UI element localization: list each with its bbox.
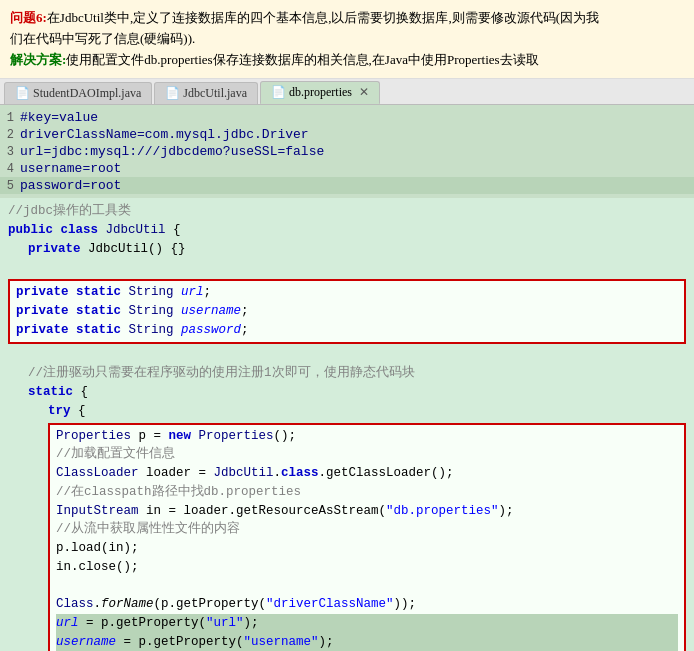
- solution-text: 使用配置文件db.properties保存连接数据库的相关信息,在Java中使用…: [66, 52, 538, 67]
- pload-line: p.load(in);: [56, 539, 678, 558]
- comment-jdbc: //jdbc操作的工具类: [8, 202, 686, 221]
- blank3: [56, 577, 678, 596]
- fields-box: private static String url; private stati…: [8, 279, 686, 343]
- inclose-line: in.close();: [56, 558, 678, 577]
- top-section: 问题6:在JdbcUtil类中,定义了连接数据库的四个基本信息,以后需要切换数据…: [0, 0, 694, 79]
- comment-read: //从流中获取属性性文件的内容: [56, 520, 678, 539]
- editor-container: 📄 StudentDAOImpl.java 📄 JdbcUtil.java 📄 …: [0, 79, 694, 651]
- try-box: Properties p = new Properties(); //加载配置文…: [48, 423, 686, 651]
- url-assign-line: url = p.getProperty("url");: [56, 614, 678, 633]
- constructor: private JdbcUtil() {}: [28, 240, 686, 259]
- field-url: private static String url;: [16, 283, 678, 302]
- classloader-line: ClassLoader loader = JdbcUtil.class.getC…: [56, 464, 678, 483]
- close-icon[interactable]: ✕: [359, 85, 369, 99]
- blank1: [8, 259, 686, 278]
- tab-jdbcutil-icon: 📄: [165, 86, 183, 100]
- tab-studentdaoimpl-icon: 📄: [15, 86, 33, 100]
- comment-path: //在classpath路径中找db.properties: [56, 483, 678, 502]
- prop-line-3: 3 url=jdbc:mysql:///jdbcdemo?useSSL=fals…: [0, 143, 694, 160]
- comment-register: //注册驱动只需要在程序驱动的使用注册1次即可，使用静态代码块: [28, 364, 686, 383]
- question-text: 在JdbcUtil类中,定义了连接数据库的四个基本信息,以后需要切换数据库,则需…: [47, 10, 599, 25]
- question-text2: 们在代码中写死了信息(硬编码)).: [10, 31, 195, 46]
- comment-load: //加载配置文件信息: [56, 445, 678, 464]
- solution-label: 解决方案:: [10, 52, 66, 67]
- prop-line-2: 2 driverClassName=com.mysql.jdbc.Driver: [0, 126, 694, 143]
- field-password: private static String password;: [16, 321, 678, 340]
- tab-dbproperties[interactable]: 📄 db.properties ✕: [260, 81, 380, 104]
- tab-studentdaoimpl[interactable]: 📄 StudentDAOImpl.java: [4, 82, 152, 104]
- forname-line: Class.forName(p.getProperty("driverClass…: [56, 595, 678, 614]
- code-section: //jdbc操作的工具类 public class JdbcUtil { pri…: [0, 198, 694, 651]
- class-decl: public class JdbcUtil {: [8, 221, 686, 240]
- prop-line-4: 4 username=root: [0, 160, 694, 177]
- question-label: 问题6:: [10, 10, 47, 25]
- inputstream-line: InputStream in = loader.getResourceAsStr…: [56, 502, 678, 521]
- prop-line-1: 1 #key=value: [0, 109, 694, 126]
- props-new: Properties p = new Properties();: [56, 427, 678, 446]
- properties-editor: 1 #key=value 2 driverClassName=com.mysql…: [0, 105, 694, 198]
- blank2: [8, 346, 686, 365]
- try-keyword: try {: [48, 402, 686, 421]
- prop-line-5: 5 password=root: [0, 177, 694, 194]
- tab-jdbcutil[interactable]: 📄 JdbcUtil.java: [154, 82, 258, 104]
- username-assign-line: username = p.getProperty("username");: [56, 633, 678, 651]
- tab-dbproperties-icon: 📄: [271, 85, 289, 99]
- tab-bar: 📄 StudentDAOImpl.java 📄 JdbcUtil.java 📄 …: [0, 79, 694, 105]
- field-username: private static String username;: [16, 302, 678, 321]
- static-block: static {: [28, 383, 686, 402]
